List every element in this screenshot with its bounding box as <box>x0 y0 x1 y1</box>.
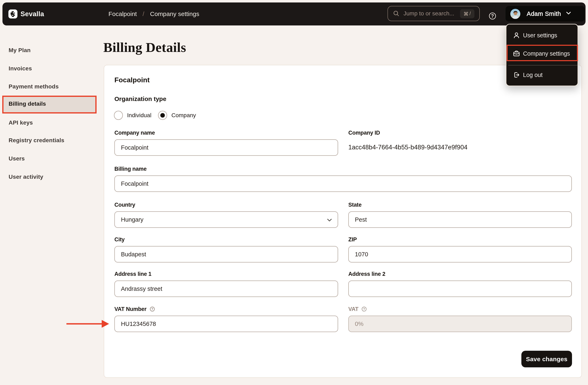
svg-text:?: ? <box>363 307 365 311</box>
svg-text:?: ? <box>151 307 153 311</box>
svg-text:?: ? <box>491 13 494 19</box>
